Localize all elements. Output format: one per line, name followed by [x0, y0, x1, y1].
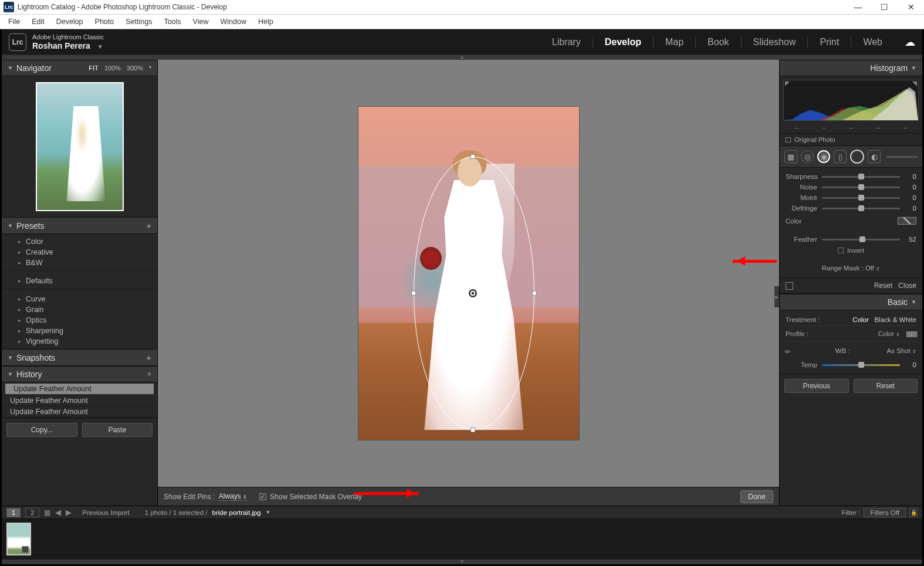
range-mask-row[interactable]: Range Mask : Off ⇕	[780, 259, 922, 278]
invert-label[interactable]: Invert	[847, 247, 864, 254]
moire-slider[interactable]: Moiré0	[780, 192, 922, 203]
view-mode-2[interactable]: 2	[25, 508, 39, 517]
canvas[interactable]	[158, 60, 779, 487]
close-link[interactable]: Close	[898, 282, 916, 290]
snapshots-header[interactable]: ▼ Snapshots +	[2, 349, 157, 366]
profile-dropdown[interactable]: Color ⇕	[878, 330, 901, 337]
show-pins-dropdown[interactable]: Always ⇕	[219, 492, 247, 501]
invert-checkbox[interactable]	[838, 248, 844, 253]
copy-button[interactable]: Copy...	[6, 423, 77, 437]
navigator-header[interactable]: ▼ Navigator FIT 100% 300% ▾	[2, 60, 157, 76]
zoom-fit[interactable]: FIT	[89, 65, 99, 72]
filename[interactable]: bride portrait.jpg	[212, 509, 261, 516]
menu-photo[interactable]: Photo	[89, 18, 120, 26]
filter-lock-icon[interactable]: 🔒	[909, 509, 918, 517]
menu-window[interactable]: Window	[214, 18, 252, 26]
preset-group[interactable]: Creative	[2, 247, 157, 257]
grid-icon[interactable]: ▦	[44, 509, 50, 517]
module-print[interactable]: Print	[820, 37, 839, 48]
source-label[interactable]: Previous Import	[82, 509, 130, 516]
preset-group[interactable]: Curve	[2, 294, 157, 304]
presets-header[interactable]: ▼ Presets +	[2, 217, 157, 234]
previous-button[interactable]: Previous	[784, 379, 849, 393]
menu-develop[interactable]: Develop	[50, 18, 89, 26]
original-photo-toggle[interactable]: Original Photo	[780, 133, 922, 145]
collapse-right-icon[interactable]: ▶	[774, 286, 779, 307]
history-item[interactable]: Update Feather Amount	[2, 406, 157, 418]
preset-group[interactable]: Optics	[2, 315, 157, 326]
switch-icon[interactable]	[786, 282, 793, 290]
menu-view[interactable]: View	[187, 18, 215, 26]
zoom-100[interactable]: 100%	[104, 65, 121, 72]
preset-group[interactable]: Color	[2, 236, 157, 247]
eyedropper-icon[interactable]: ✎	[783, 341, 801, 360]
module-book[interactable]: Book	[708, 37, 729, 48]
view-mode-1[interactable]: 1	[6, 508, 21, 517]
radial-handle-top[interactable]	[471, 154, 475, 159]
profile-grid-icon[interactable]: ▦▦	[906, 330, 916, 337]
gradient-tool-icon[interactable]: ▯	[834, 150, 847, 163]
histogram-header[interactable]: Histogram ▼	[780, 60, 922, 76]
minimize-button[interactable]: —	[845, 0, 871, 15]
basic-header[interactable]: Basic ▼	[780, 294, 922, 310]
preset-group[interactable]: Sharpening	[2, 326, 157, 336]
zoom-300[interactable]: 300%	[127, 65, 143, 72]
brush-tool-icon[interactable]: ◐	[868, 150, 881, 163]
cloud-sync-icon[interactable]: ☁	[905, 36, 915, 49]
radial-pin-icon[interactable]	[469, 289, 477, 297]
menu-edit[interactable]: Edit	[26, 18, 50, 26]
preset-group[interactable]: B&W	[2, 257, 157, 268]
color-picker-row[interactable]: Color	[780, 213, 922, 228]
menu-tools[interactable]: Tools	[158, 18, 187, 26]
histogram-graph[interactable]	[783, 80, 919, 121]
close-button[interactable]: ✕	[898, 0, 924, 15]
feather-slider[interactable]: Feather52	[780, 234, 922, 245]
photo-preview[interactable]	[358, 106, 580, 440]
mask-overlay-checkbox[interactable]: ✓	[259, 493, 266, 500]
radial-tool-icon[interactable]	[850, 150, 864, 164]
color-swatch-icon[interactable]	[898, 217, 916, 225]
preset-group[interactable]: Defaults	[2, 276, 157, 286]
sharpness-slider[interactable]: Sharpness0	[780, 171, 922, 182]
nav-forward-icon[interactable]: ▶	[66, 508, 72, 517]
done-button[interactable]: Done	[740, 490, 773, 503]
module-develop[interactable]: Develop	[605, 37, 641, 48]
history-item[interactable]: Update Feather Amount	[5, 384, 154, 394]
user-name[interactable]: Roshan Perera	[32, 41, 90, 50]
temp-slider[interactable]: Temp0	[786, 360, 916, 370]
tool-size-slider[interactable]	[886, 156, 918, 158]
nav-back-icon[interactable]: ◀	[55, 508, 61, 517]
module-map[interactable]: Map	[665, 37, 683, 48]
module-library[interactable]: Library	[552, 37, 581, 48]
preset-group[interactable]: Vignetting	[2, 336, 157, 347]
history-header[interactable]: ▼ History ×	[2, 366, 157, 382]
navigator-thumbnail[interactable]	[2, 76, 157, 217]
preset-group[interactable]: Grain	[2, 304, 157, 315]
history-item[interactable]: Update Feather Amount	[2, 395, 157, 406]
radial-handle-right[interactable]	[532, 291, 537, 296]
identity-dropdown-icon[interactable]: ▼	[97, 43, 103, 50]
treatment-bw[interactable]: Black & White	[874, 316, 916, 323]
filename-dropdown-icon[interactable]: ▼	[266, 510, 270, 515]
clear-history-icon[interactable]: ×	[147, 370, 151, 378]
add-preset-icon[interactable]: +	[146, 221, 151, 231]
maximize-button[interactable]: ☐	[871, 0, 898, 15]
add-snapshot-icon[interactable]: +	[146, 353, 151, 362]
module-web[interactable]: Web	[863, 37, 882, 48]
crop-tool-icon[interactable]: ▦	[784, 150, 797, 163]
radial-handle-bottom[interactable]	[471, 428, 475, 432]
reset-link[interactable]: Reset	[874, 282, 892, 290]
treatment-color[interactable]: Color	[852, 316, 868, 323]
menu-help[interactable]: Help	[252, 18, 279, 26]
filmstrip-thumbnail[interactable]	[6, 523, 31, 555]
filters-off-dropdown[interactable]: Filters Off	[864, 508, 906, 517]
menu-file[interactable]: File	[2, 18, 26, 26]
collapse-bottom-icon[interactable]: ▼	[2, 560, 922, 564]
redeye-tool-icon[interactable]: ◉	[817, 150, 830, 163]
noise-slider[interactable]: Noise0	[780, 182, 922, 192]
radial-handle-left[interactable]	[411, 291, 416, 296]
zoom-dropdown-icon[interactable]: ▾	[149, 65, 151, 72]
menu-settings[interactable]: Settings	[120, 18, 158, 26]
mask-overlay-label[interactable]: Show Selected Mask Overlay	[270, 493, 362, 501]
wb-dropdown[interactable]: As Shot ⇕	[887, 347, 916, 354]
